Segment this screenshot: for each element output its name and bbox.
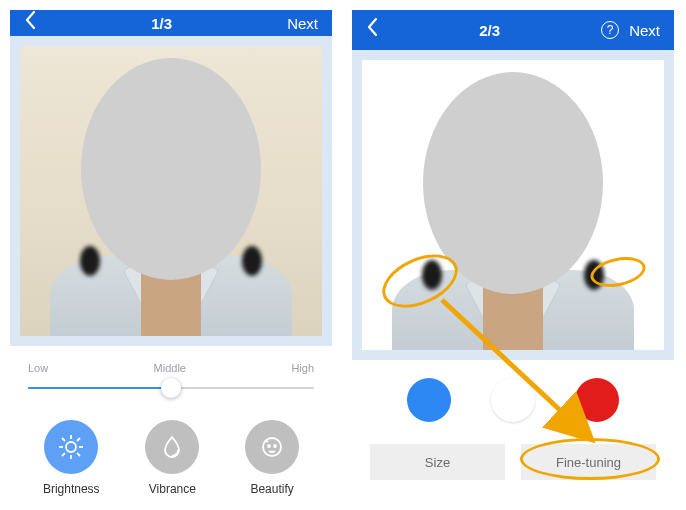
svg-point-11: [274, 445, 276, 447]
step-indicator: 1/3: [36, 15, 287, 32]
face-placeholder: [81, 58, 261, 280]
header: 2/3 ? Next: [352, 10, 674, 50]
slider-label-middle: Middle: [154, 362, 186, 374]
step-indicator: 2/3: [378, 22, 601, 39]
photo-preview: [362, 60, 664, 350]
slider-section: Low Middle High: [10, 346, 332, 406]
photo-container: [10, 36, 332, 346]
back-icon[interactable]: [24, 10, 36, 36]
svg-line-5: [62, 438, 65, 441]
background-color-row: [352, 360, 674, 438]
bg-color-red[interactable]: [575, 378, 619, 422]
beautify-icon: [245, 420, 299, 474]
photo-preview: [20, 46, 322, 336]
vibrance-option[interactable]: Vibrance: [145, 420, 199, 496]
brightness-icon: [44, 420, 98, 474]
help-icon[interactable]: ?: [601, 21, 619, 39]
brightness-label: Brightness: [43, 482, 100, 496]
slider[interactable]: [28, 380, 314, 396]
photo-container: [352, 50, 674, 360]
size-button[interactable]: Size: [370, 444, 505, 480]
next-button[interactable]: Next: [629, 22, 660, 39]
beautify-option[interactable]: Beautify: [245, 420, 299, 496]
svg-line-6: [77, 453, 80, 456]
slider-label-low: Low: [28, 362, 48, 374]
fine-tuning-button[interactable]: Fine-tuning: [521, 444, 656, 480]
svg-point-10: [268, 445, 270, 447]
action-row: Size Fine-tuning: [352, 438, 674, 486]
vibrance-label: Vibrance: [149, 482, 196, 496]
bg-color-white[interactable]: [491, 378, 535, 422]
face-placeholder: [423, 72, 603, 294]
svg-line-8: [77, 438, 80, 441]
slider-thumb[interactable]: [161, 378, 181, 398]
adjustment-row: Brightness Vibrance Beautif: [10, 406, 332, 508]
next-button[interactable]: Next: [287, 15, 318, 32]
header: 1/3 Next: [10, 10, 332, 36]
svg-line-7: [62, 453, 65, 456]
screen-2-background: 2/3 ? Next Size: [352, 10, 674, 500]
bg-color-blue[interactable]: [407, 378, 451, 422]
slider-label-high: High: [291, 362, 314, 374]
screen-1-editor: 1/3 Next Low Middle High: [10, 10, 332, 500]
brightness-option[interactable]: Brightness: [43, 420, 100, 496]
beautify-label: Beautify: [250, 482, 293, 496]
back-icon[interactable]: [366, 17, 378, 43]
svg-point-0: [66, 442, 76, 452]
vibrance-icon: [145, 420, 199, 474]
